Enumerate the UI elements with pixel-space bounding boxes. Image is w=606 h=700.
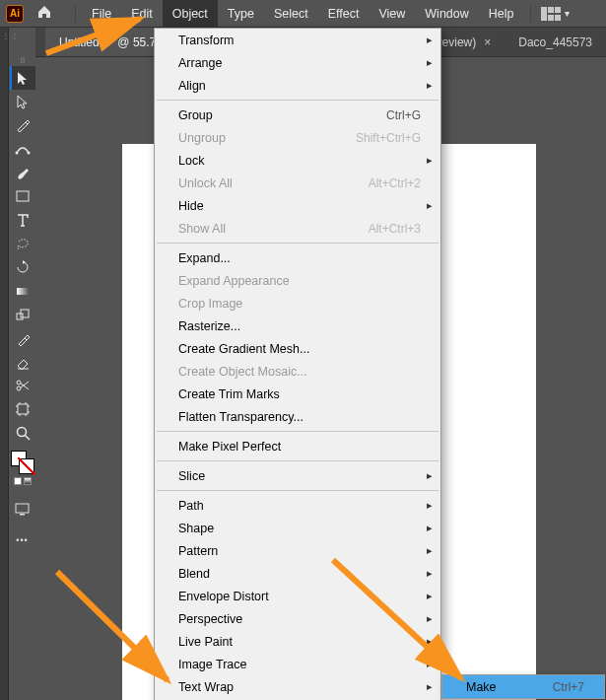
- submenu-item-make[interactable]: MakeCtrl+7: [442, 675, 604, 698]
- menu-item-align[interactable]: Align▸: [155, 74, 440, 97]
- grip-icon: ⠿: [13, 59, 33, 65]
- edit-toolbar-button[interactable]: •••: [10, 528, 35, 552]
- chevron-right-icon: ▸: [427, 79, 433, 92]
- menu-item-label: Expand Appearance: [178, 274, 290, 288]
- panel-dock-strip: ⋮⋮: [0, 28, 9, 700]
- home-icon[interactable]: [34, 5, 55, 22]
- menu-window[interactable]: Window: [415, 0, 478, 27]
- menu-item-hide[interactable]: Hide▸: [155, 194, 440, 217]
- menu-item-label: Make: [466, 680, 497, 694]
- svg-rect-9: [18, 404, 28, 414]
- tool-curvature[interactable]: [10, 137, 35, 161]
- tool-eraser[interactable]: [10, 350, 35, 374]
- tool-zoom[interactable]: [10, 421, 35, 445]
- svg-rect-2: [17, 191, 29, 201]
- menu-file[interactable]: File: [82, 0, 121, 27]
- tool-rotate[interactable]: [10, 255, 35, 279]
- tools-panel: ⠿ •••: [9, 57, 35, 700]
- menu-object[interactable]: Object: [163, 0, 218, 27]
- workspace-switcher-icon[interactable]: [541, 7, 561, 21]
- menu-item-label: Hide: [178, 199, 204, 213]
- tool-type[interactable]: [10, 208, 35, 232]
- tool-brush[interactable]: [10, 161, 35, 184]
- menu-item-label: Transform: [178, 34, 235, 47]
- chevron-right-icon: ▸: [427, 199, 433, 212]
- menu-separator: [157, 490, 438, 491]
- menu-item-make-pixel-perfect[interactable]: Make Pixel Perfect: [155, 435, 440, 457]
- chevron-right-icon: ▸: [427, 590, 433, 602]
- menu-help[interactable]: Help: [479, 0, 524, 27]
- chevron-right-icon: ▸: [427, 635, 433, 648]
- tool-gradient[interactable]: [10, 279, 35, 303]
- menu-item-expand[interactable]: Expand...: [155, 246, 440, 269]
- menu-separator: [157, 431, 438, 432]
- clipping-mask-submenu: MakeCtrl+7: [441, 674, 605, 699]
- menu-item-transform[interactable]: Transform▸: [155, 29, 440, 51]
- menu-item-group[interactable]: GroupCtrl+G: [155, 104, 440, 126]
- menu-item-flatten-transparency[interactable]: Flatten Transparency...: [155, 405, 440, 428]
- color-mode-toggles[interactable]: [12, 477, 34, 487]
- menu-item-arrange[interactable]: Arrange▸: [155, 51, 440, 74]
- menu-type[interactable]: Type: [218, 0, 264, 27]
- tool-selection[interactable]: [10, 66, 35, 90]
- chevron-right-icon: ▸: [427, 56, 433, 69]
- object-menu-dropdown: Transform▸Arrange▸Align▸GroupCtrl+GUngro…: [154, 28, 441, 700]
- menu-item-lock[interactable]: Lock▸: [155, 149, 440, 172]
- menu-item-ungroup: UngroupShift+Ctrl+G: [155, 126, 440, 149]
- menu-item-unlock-all: Unlock AllAlt+Ctrl+2: [155, 172, 440, 194]
- menu-item-rasterize[interactable]: Rasterize...: [155, 315, 440, 337]
- menu-item-label: Live Paint: [178, 635, 233, 649]
- menu-item-shortcut: Alt+Ctrl+2: [369, 176, 421, 190]
- menu-item-label: Slice: [178, 469, 205, 483]
- menu-item-live-paint[interactable]: Live Paint▸: [155, 630, 440, 653]
- menu-item-envelope-distort[interactable]: Envelope Distort▸: [155, 585, 440, 607]
- menu-item-label: Rasterize...: [178, 319, 240, 333]
- close-icon[interactable]: ×: [484, 35, 491, 49]
- menu-item-show-all: Show AllAlt+Ctrl+3: [155, 217, 440, 240]
- svg-point-1: [27, 152, 30, 155]
- tool-scissors[interactable]: [10, 374, 35, 397]
- menu-item-shape[interactable]: Shape▸: [155, 517, 440, 539]
- chevron-down-icon: ▾: [565, 8, 570, 19]
- menu-item-blend[interactable]: Blend▸: [155, 562, 440, 585]
- menu-item-label: Shape: [178, 522, 214, 535]
- menu-item-label: Align: [178, 79, 206, 93]
- tool-scale[interactable]: [10, 303, 35, 326]
- chevron-right-icon: ▸: [427, 469, 433, 482]
- svg-point-10: [17, 428, 26, 437]
- chevron-right-icon: ▸: [427, 154, 433, 167]
- fill-stroke-swatches[interactable]: [11, 451, 34, 474]
- tab-daco[interactable]: Daco_445573: [505, 28, 606, 56]
- menu-item-label: Perspective: [178, 612, 242, 626]
- stroke-swatch[interactable]: [19, 458, 34, 474]
- tool-pen[interactable]: [10, 113, 35, 137]
- menubar-divider: [530, 5, 531, 23]
- menu-item-label: Ungroup: [178, 131, 226, 145]
- menu-item-image-trace[interactable]: Image Trace▸: [155, 653, 440, 675]
- screen-mode-button[interactable]: [10, 497, 35, 521]
- chevron-right-icon: ▸: [427, 567, 433, 580]
- menu-view[interactable]: View: [369, 0, 415, 27]
- menu-item-path[interactable]: Path▸: [155, 494, 440, 517]
- menu-item-text-wrap[interactable]: Text Wrap▸: [155, 675, 440, 698]
- menu-effect[interactable]: Effect: [318, 0, 370, 27]
- menu-item-pattern[interactable]: Pattern▸: [155, 539, 440, 562]
- tool-artboard[interactable]: [10, 397, 35, 421]
- svg-rect-13: [20, 514, 25, 516]
- svg-point-8: [17, 386, 21, 390]
- tool-rectangle[interactable]: [10, 184, 35, 208]
- tool-eyedropper[interactable]: [10, 326, 35, 350]
- menu-item-create-gradient-mesh[interactable]: Create Gradient Mesh...: [155, 337, 440, 360]
- menu-item-perspective[interactable]: Perspective▸: [155, 607, 440, 630]
- menu-edit[interactable]: Edit: [121, 0, 163, 27]
- menu-item-slice[interactable]: Slice▸: [155, 464, 440, 487]
- menu-item-label: Path: [178, 499, 204, 513]
- menu-item-shortcut: Alt+Ctrl+3: [369, 222, 421, 236]
- tool-direct-selection[interactable]: [10, 90, 35, 113]
- tab-label: Untitled-1* @ 55.76: [59, 35, 163, 49]
- menu-item-label: Blend: [178, 567, 210, 581]
- menu-separator: [157, 243, 438, 244]
- menu-select[interactable]: Select: [264, 0, 318, 27]
- menu-item-create-trim-marks[interactable]: Create Trim Marks: [155, 383, 440, 405]
- tool-lasso[interactable]: [10, 232, 35, 255]
